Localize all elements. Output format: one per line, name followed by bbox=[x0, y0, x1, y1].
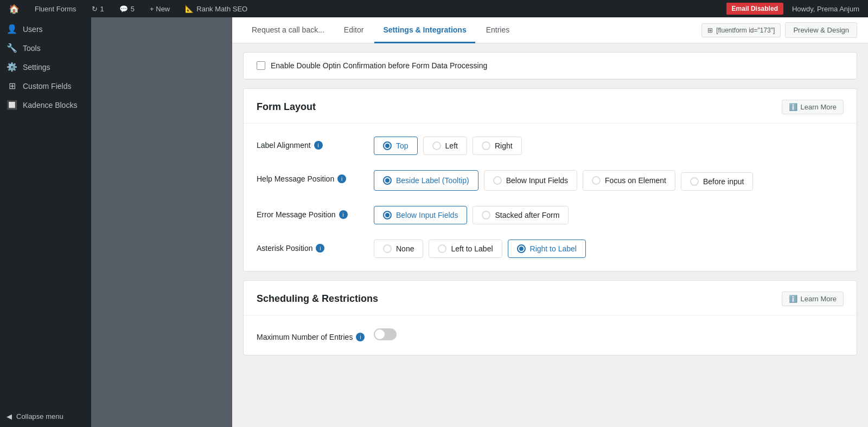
help-message-before-input[interactable]: Before input bbox=[681, 172, 754, 191]
asterisk-position-info-icon[interactable]: i bbox=[316, 244, 324, 253]
form-sidebar-panel bbox=[91, 17, 232, 427]
sidebar: 👤 Users 🔧 Tools ⚙️ Settings ⊞ Custom Fie… bbox=[0, 17, 91, 427]
help-message-info-icon[interactable]: i bbox=[337, 174, 346, 183]
error-message-position-row: Error Message Position i Below Input Fie… bbox=[257, 206, 844, 224]
settings-icon: ⚙️ bbox=[7, 62, 17, 72]
label-alignment-row: Label Alignment i Top Left bbox=[257, 137, 844, 155]
form-layout-card: Form Layout ℹ️ Learn More Label Alignmen… bbox=[243, 88, 857, 271]
email-disabled-badge: Email Disabled bbox=[726, 3, 783, 15]
sidebar-item-settings[interactable]: ⚙️ Settings bbox=[0, 57, 91, 76]
label-alignment-left[interactable]: Left bbox=[423, 137, 467, 155]
label-alignment-info-icon[interactable]: i bbox=[314, 141, 323, 150]
sidebar-item-kadence-blocks[interactable]: 🔲 Kadence Blocks bbox=[0, 95, 91, 114]
collapse-icon: ◀ bbox=[7, 412, 12, 420]
radio-dot bbox=[482, 211, 490, 219]
form-layout-learn-more-button[interactable]: ℹ️ Learn More bbox=[782, 100, 844, 114]
shortcode-icon: ⊞ bbox=[707, 27, 713, 34]
sidebar-item-label: Custom Fields bbox=[23, 82, 71, 90]
comments-count[interactable]: 💬 5 bbox=[115, 0, 139, 17]
radio-dot bbox=[592, 176, 601, 185]
updates-count[interactable]: ↻ 1 bbox=[87, 0, 108, 17]
site-name[interactable]: Fluent Forms bbox=[30, 0, 81, 17]
error-message-stacked-after-form[interactable]: Stacked after Form bbox=[473, 206, 569, 224]
asterisk-position-row: Asterisk Position i None Left to Label bbox=[257, 240, 844, 258]
howdy-label: Howdy, Prema Anjum bbox=[788, 5, 864, 13]
label-alignment-label: Label Alignment bbox=[257, 141, 311, 150]
learn-more-icon: ℹ️ bbox=[789, 295, 797, 303]
max-entries-toggle[interactable] bbox=[374, 328, 397, 340]
custom-fields-icon: ⊞ bbox=[7, 81, 17, 91]
tools-icon: 🔧 bbox=[7, 43, 17, 53]
sidebar-item-tools[interactable]: 🔧 Tools bbox=[0, 38, 91, 57]
radio-dot bbox=[438, 244, 446, 253]
radio-dot bbox=[432, 141, 441, 150]
radio-dot bbox=[383, 244, 392, 253]
admin-bar: 🏠 Fluent Forms ↻ 1 💬 5 + New 📐 Rank Math… bbox=[0, 0, 868, 17]
shortcode-value: [fluentform id="173"] bbox=[716, 27, 775, 34]
asterisk-position-options: None Left to Label Right to Label bbox=[374, 240, 586, 258]
scheduling-card: Scheduling & Restrictions ℹ️ Learn More … bbox=[243, 280, 857, 355]
asterisk-none[interactable]: None bbox=[374, 240, 423, 258]
radio-dot bbox=[383, 211, 392, 219]
preview-design-button[interactable]: Preview & Design bbox=[785, 22, 857, 38]
label-alignment-top[interactable]: Top bbox=[374, 137, 418, 155]
asterisk-position-label: Asterisk Position bbox=[257, 244, 312, 253]
main-content: Request a call back... Editor Settings &… bbox=[232, 17, 868, 427]
updates-icon: ↻ bbox=[92, 5, 98, 13]
error-message-label: Error Message Position bbox=[257, 210, 336, 219]
sidebar-item-label: Settings bbox=[23, 63, 50, 72]
help-message-options: Beside Label (Tooltip) Below Input Field… bbox=[374, 170, 753, 191]
asterisk-right-to-label[interactable]: Right to Label bbox=[508, 240, 586, 258]
rank-math-icon: 📐 bbox=[185, 5, 194, 13]
help-message-label: Help Message Position bbox=[257, 174, 334, 183]
rank-math[interactable]: 📐 Rank Math SEO bbox=[181, 0, 252, 17]
radio-dot bbox=[383, 141, 392, 150]
tab-editor[interactable]: Editor bbox=[335, 17, 373, 43]
error-message-options: Below Input Fields Stacked after Form bbox=[374, 206, 569, 224]
error-message-info-icon[interactable]: i bbox=[339, 210, 348, 219]
max-entries-label: Maximum Number of Entries bbox=[257, 333, 353, 341]
comments-icon: 💬 bbox=[119, 5, 128, 13]
users-icon: 👤 bbox=[7, 24, 17, 34]
tab-breadcrumb[interactable]: Request a call back... bbox=[243, 17, 333, 43]
help-message-focus-on-element[interactable]: Focus on Element bbox=[583, 170, 675, 191]
radio-dot bbox=[383, 176, 392, 185]
wp-logo[interactable]: 🏠 bbox=[4, 0, 24, 17]
tab-settings-integrations[interactable]: Settings & Integrations bbox=[374, 17, 475, 43]
sidebar-item-label: Users bbox=[23, 25, 43, 34]
max-entries-row: Maximum Number of Entries i bbox=[257, 328, 844, 342]
radio-dot bbox=[482, 141, 490, 150]
double-optin-label: Enable Double Optin Confirmation before … bbox=[271, 61, 487, 70]
kadence-blocks-icon: 🔲 bbox=[7, 100, 17, 110]
double-optin-card: Enable Double Optin Confirmation before … bbox=[243, 52, 857, 80]
radio-dot bbox=[690, 177, 699, 186]
sidebar-item-label: Kadence Blocks bbox=[23, 101, 77, 109]
collapse-label: Collapse menu bbox=[16, 412, 63, 420]
sidebar-item-custom-fields[interactable]: ⊞ Custom Fields bbox=[0, 76, 91, 95]
max-entries-info-icon[interactable]: i bbox=[356, 333, 365, 341]
collapse-menu[interactable]: ◀ Collapse menu bbox=[0, 406, 91, 427]
label-alignment-right[interactable]: Right bbox=[473, 137, 522, 155]
asterisk-left-to-label[interactable]: Left to Label bbox=[429, 240, 502, 258]
radio-dot bbox=[517, 244, 526, 253]
scroll-area: Enable Double Optin Confirmation before … bbox=[232, 43, 868, 427]
tab-entries[interactable]: Entries bbox=[477, 17, 519, 43]
help-message-below-input[interactable]: Below Input Fields bbox=[484, 170, 577, 191]
scheduling-title: Scheduling & Restrictions bbox=[257, 293, 378, 305]
sidebar-item-users[interactable]: 👤 Users bbox=[0, 20, 91, 38]
learn-more-icon: ℹ️ bbox=[789, 103, 797, 111]
sidebar-item-label: Tools bbox=[23, 44, 41, 53]
error-message-below-input[interactable]: Below Input Fields bbox=[374, 206, 467, 224]
wordpress-icon: 🏠 bbox=[9, 4, 20, 14]
help-message-beside-label[interactable]: Beside Label (Tooltip) bbox=[374, 170, 478, 191]
label-alignment-options: Top Left Right bbox=[374, 137, 522, 155]
help-message-position-row: Help Message Position i Beside Label (To… bbox=[257, 170, 844, 191]
double-optin-checkbox[interactable] bbox=[257, 61, 265, 70]
radio-dot bbox=[493, 176, 502, 185]
max-entries-toggle-wrapper bbox=[374, 328, 397, 342]
form-layout-title: Form Layout bbox=[257, 101, 316, 113]
new-item[interactable]: + New bbox=[145, 0, 174, 17]
shortcode-box[interactable]: ⊞ [fluentform id="173"] bbox=[701, 23, 781, 37]
tab-bar: Request a call back... Editor Settings &… bbox=[232, 17, 868, 43]
scheduling-learn-more-button[interactable]: ℹ️ Learn More bbox=[782, 292, 844, 306]
